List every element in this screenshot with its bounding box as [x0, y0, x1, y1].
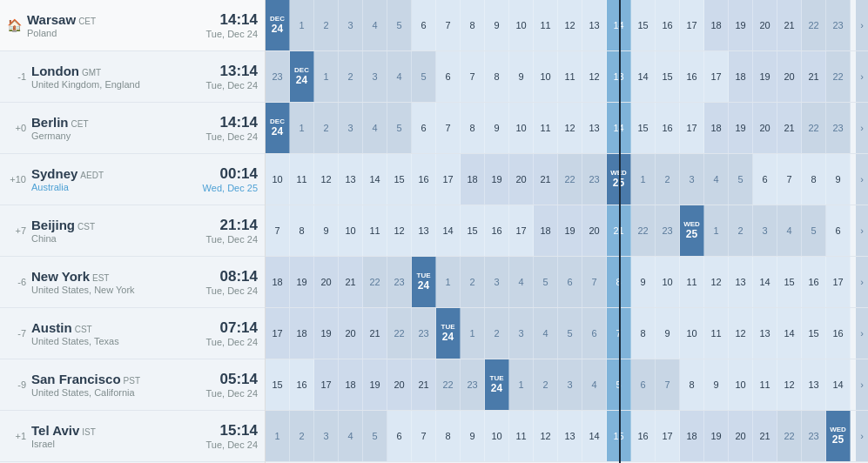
time-value-newyork: 08:14 [205, 268, 258, 285]
hour-cell: 15 [631, 103, 656, 153]
timeline-row-london: 23DEC24123456789101112131415161718192021… [266, 51, 868, 103]
hour-cell: 23 [461, 359, 485, 410]
nav-arrow-newyork[interactable]: › [856, 257, 868, 307]
hour-cell: 6 [753, 154, 777, 205]
hour-cell: 20 [582, 205, 607, 256]
city-row-newyork: -6 New York EST United States, New York … [0, 257, 265, 308]
hour-cell: 15 [802, 308, 826, 359]
nav-arrow-austin[interactable]: › [856, 308, 868, 359]
hour-cell: 17 [826, 257, 851, 307]
time-display-beijing: 21:14 Tue, Dec 24 [205, 217, 258, 245]
hour-cell: 18 [704, 0, 729, 50]
hour-cell: 12 [729, 308, 753, 359]
city-country-berlin: Germany [31, 131, 205, 141]
hour-cell: 6 [582, 308, 607, 359]
city-country-warsaw: Poland [27, 28, 205, 38]
hour-cell: 15 [607, 411, 631, 461]
hour-cell: 23 [826, 0, 851, 50]
hour-cell: 20 [314, 257, 339, 307]
hour-cell: 19 [729, 103, 753, 153]
hour-cell: DEC24 [290, 51, 314, 102]
hour-cell: 2 [314, 103, 339, 153]
hour-cell: 2 [485, 308, 509, 359]
city-name-beijing: Beijing [31, 218, 75, 232]
hour-cell: WED25 [826, 411, 851, 461]
hour-cell: 7 [412, 411, 436, 461]
hour-cell: 22 [826, 51, 851, 102]
nav-arrow-berlin[interactable]: › [856, 103, 868, 153]
hour-cell: 14 [582, 411, 607, 461]
hour-cell: 3 [753, 205, 777, 256]
hour-cell: 8 [290, 205, 314, 256]
hour-cell: 11 [534, 103, 558, 153]
hour-cell: 15 [266, 359, 290, 410]
hour-cell: 8 [680, 359, 704, 410]
city-country-sanfrancisco: United States, California [31, 387, 205, 398]
time-value-sydney: 00:14 [203, 165, 258, 183]
hour-cell: 1 [509, 359, 534, 410]
city-country-beijing: China [31, 233, 205, 244]
hour-cell: TUE24 [485, 359, 509, 410]
hour-cell: 7 [582, 257, 607, 307]
home-icon: 🏠 [7, 18, 22, 32]
hour-cell: 18 [461, 154, 485, 205]
nav-arrow-london[interactable]: › [856, 51, 868, 102]
city-info-berlin: Berlin CET Germany [31, 115, 205, 141]
nav-arrow-sanfrancisco[interactable]: › [856, 359, 868, 410]
nav-arrow-warsaw[interactable]: › [856, 0, 868, 50]
hour-cell: 14 [631, 51, 656, 102]
hour-cell: 1 [461, 308, 485, 359]
hour-cell: 10 [339, 205, 363, 256]
hour-cell: 5 [607, 359, 631, 410]
hour-cell: 13 [412, 205, 436, 256]
main-container: 🏠 Warsaw CET Poland 14:14 Tue, Dec 24 -1… [0, 0, 868, 463]
hour-cell: 2 [656, 154, 680, 205]
hour-cell: 3 [339, 103, 363, 153]
date-day: 24 [491, 383, 502, 394]
hour-cell: 22 [436, 359, 461, 410]
hour-cell: 4 [363, 103, 387, 153]
hour-cell: 8 [485, 51, 509, 102]
city-info-telaviv: Tel Aviv IST Israel [31, 423, 205, 449]
hour-cell: 16 [290, 359, 314, 410]
hour-cell: 13 [753, 308, 777, 359]
hour-cell: 22 [363, 257, 387, 307]
date-day: 25 [613, 178, 624, 189]
city-info-sydney: Sydney AEDT Australia [31, 166, 203, 192]
nav-arrow-sydney[interactable]: › [856, 154, 868, 205]
hour-cell: 3 [680, 154, 704, 205]
hour-cell: 6 [558, 257, 582, 307]
hour-cell: 9 [826, 154, 851, 205]
hour-cell: 18 [339, 359, 363, 410]
time-value-london: 13:14 [205, 63, 258, 80]
hour-cell: 9 [656, 308, 680, 359]
time-display-sanfrancisco: 05:14 Tue, Dec 24 [205, 371, 258, 399]
hour-cell: 18 [680, 411, 704, 461]
hour-cell: 14 [363, 154, 387, 205]
hour-cell: 10 [534, 51, 558, 102]
city-tz-beijing: CST [77, 222, 95, 232]
city-info-warsaw: Warsaw CET Poland [27, 12, 205, 38]
city-name-telaviv: Tel Aviv [31, 423, 79, 438]
nav-arrow-beijing[interactable]: › [856, 205, 868, 256]
hour-cell: 7 [607, 308, 631, 359]
hour-cell: 12 [314, 154, 339, 205]
hour-cell: 23 [266, 51, 290, 102]
date-day: 24 [272, 126, 283, 138]
hour-cell: 22 [802, 103, 826, 153]
city-tz-sydney: AEDT [80, 171, 104, 180]
time-date-warsaw: Tue, Dec 24 [205, 29, 258, 39]
hour-cell: 13 [729, 257, 753, 307]
hour-cell: 13 [607, 51, 631, 102]
city-row-sydney: +10 Sydney AEDT Australia 00:14 Wed, Dec… [0, 154, 265, 205]
hour-cell: 19 [363, 359, 387, 410]
nav-arrow-telaviv[interactable]: › [856, 411, 868, 461]
hour-cell: 9 [485, 103, 509, 153]
offset-badge-telaviv: +1 [7, 431, 26, 441]
timeline-row-newyork: 181920212223TUE2412345678910111213141516… [266, 257, 868, 308]
hour-cell: 22 [777, 411, 802, 461]
hour-cell: 18 [704, 103, 729, 153]
hour-cell: 10 [485, 411, 509, 461]
timeline-row-beijing: 7891011121314151617181920212223WED251234… [266, 205, 868, 257]
city-country-sydney: Australia [31, 182, 203, 192]
